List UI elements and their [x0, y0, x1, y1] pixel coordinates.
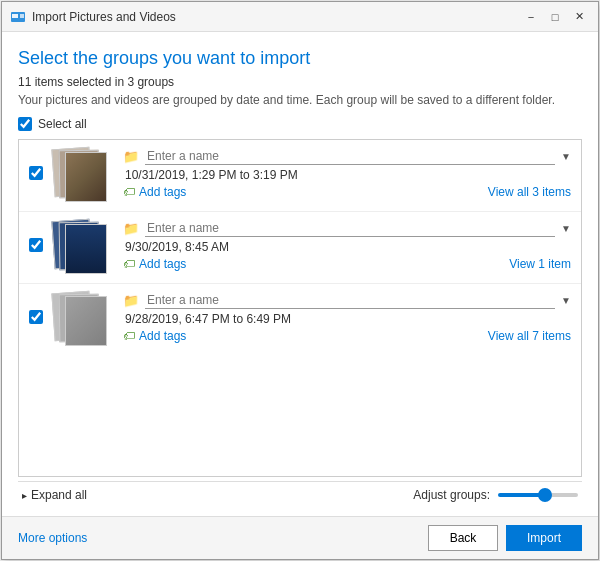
group1-name-input[interactable] — [145, 148, 555, 165]
group3-view-link[interactable]: View all 7 items — [488, 329, 571, 343]
group3-name-input[interactable] — [145, 292, 555, 309]
back-button[interactable]: Back — [428, 525, 498, 551]
group2-thumbnail — [53, 220, 113, 275]
group2-info: 📁 ▼ 9/30/2019, 8:45 AM 🏷 Add tags View 1… — [123, 220, 571, 271]
tag-icon: 🏷 — [123, 257, 135, 271]
group1-info: 📁 ▼ 10/31/2019, 1:29 PM to 3:19 PM 🏷 Add… — [123, 148, 571, 199]
group1-tags-row: 🏷 Add tags View all 3 items — [123, 185, 571, 199]
main-content: Select the groups you want to import 11 … — [2, 32, 598, 516]
group3-name-row: 📁 ▼ — [123, 292, 571, 309]
import-button[interactable]: Import — [506, 525, 582, 551]
footer: More options Back Import — [2, 516, 598, 559]
group2-tags-label: Add tags — [139, 257, 186, 271]
folder-icon: 📁 — [123, 149, 139, 164]
expand-all-button[interactable]: ▸ Expand all — [22, 488, 87, 502]
titlebar-controls: − □ ✕ — [520, 6, 590, 28]
group2-view-link[interactable]: View 1 item — [509, 257, 571, 271]
group2-checkbox[interactable] — [29, 238, 43, 252]
svg-rect-2 — [20, 14, 24, 18]
slider-container — [498, 493, 578, 497]
main-window: Import Pictures and Videos − □ ✕ Select … — [1, 1, 599, 560]
tag-icon: 🏷 — [123, 329, 135, 343]
folder-icon: 📁 — [123, 293, 139, 308]
group1-date: 10/31/2019, 1:29 PM to 3:19 PM — [123, 168, 571, 182]
group2-tags-row: 🏷 Add tags View 1 item — [123, 257, 571, 271]
group1-tags-label: Add tags — [139, 185, 186, 199]
chevron-icon: ▸ — [22, 490, 27, 501]
footer-buttons: Back Import — [428, 525, 582, 551]
group1-view-link[interactable]: View all 3 items — [488, 185, 571, 199]
tag-icon: 🏷 — [123, 185, 135, 199]
groups-slider[interactable] — [498, 493, 578, 497]
group2-date: 9/30/2019, 8:45 AM — [123, 240, 571, 254]
expand-all-label: Expand all — [31, 488, 87, 502]
bottom-bar: ▸ Expand all Adjust groups: — [18, 481, 582, 508]
group1-thumbnail — [53, 148, 113, 203]
dropdown-arrow-icon: ▼ — [561, 295, 571, 306]
summary-text: 11 items selected in 3 groups — [18, 75, 582, 89]
description-text: Your pictures and videos are grouped by … — [18, 93, 582, 107]
group1-add-tags[interactable]: 🏷 Add tags — [123, 185, 186, 199]
adjust-groups-label: Adjust groups: — [413, 488, 490, 502]
group3-checkbox[interactable] — [29, 310, 43, 324]
folder-icon: 📁 — [123, 221, 139, 236]
group2-add-tags[interactable]: 🏷 Add tags — [123, 257, 186, 271]
window-title: Import Pictures and Videos — [32, 10, 520, 24]
group-item: 📁 ▼ 9/28/2019, 6:47 PM to 6:49 PM 🏷 Add … — [19, 284, 581, 355]
group3-add-tags[interactable]: 🏷 Add tags — [123, 329, 186, 343]
titlebar: Import Pictures and Videos − □ ✕ — [2, 2, 598, 32]
group3-tags-row: 🏷 Add tags View all 7 items — [123, 329, 571, 343]
group1-name-row: 📁 ▼ — [123, 148, 571, 165]
thumb-front — [65, 224, 107, 274]
group1-checkbox[interactable] — [29, 166, 43, 180]
select-all-label: Select all — [38, 117, 87, 131]
group3-info: 📁 ▼ 9/28/2019, 6:47 PM to 6:49 PM 🏷 Add … — [123, 292, 571, 343]
svg-rect-1 — [12, 14, 18, 18]
groups-container: 📁 ▼ 10/31/2019, 1:29 PM to 3:19 PM 🏷 Add… — [18, 139, 582, 477]
thumb-front — [65, 296, 107, 346]
group-item: 📁 ▼ 10/31/2019, 1:29 PM to 3:19 PM 🏷 Add… — [19, 140, 581, 212]
group3-thumbnail — [53, 292, 113, 347]
group3-tags-label: Add tags — [139, 329, 186, 343]
dropdown-arrow-icon: ▼ — [561, 223, 571, 234]
dropdown-arrow-icon: ▼ — [561, 151, 571, 162]
select-all-checkbox[interactable] — [18, 117, 32, 131]
thumb-front — [65, 152, 107, 202]
adjust-groups: Adjust groups: — [413, 488, 578, 502]
close-button[interactable]: ✕ — [568, 6, 590, 28]
more-options-link[interactable]: More options — [18, 531, 87, 545]
thumb-stack — [53, 220, 108, 272]
group2-name-row: 📁 ▼ — [123, 220, 571, 237]
group-item: 📁 ▼ 9/30/2019, 8:45 AM 🏷 Add tags View 1… — [19, 212, 581, 284]
group3-date: 9/28/2019, 6:47 PM to 6:49 PM — [123, 312, 571, 326]
thumb-stack — [53, 292, 108, 344]
window-icon — [10, 9, 26, 25]
minimize-button[interactable]: − — [520, 6, 542, 28]
thumb-stack — [53, 148, 108, 200]
group2-name-input[interactable] — [145, 220, 555, 237]
maximize-button[interactable]: □ — [544, 6, 566, 28]
page-title: Select the groups you want to import — [18, 48, 582, 69]
select-all-row: Select all — [18, 117, 582, 131]
